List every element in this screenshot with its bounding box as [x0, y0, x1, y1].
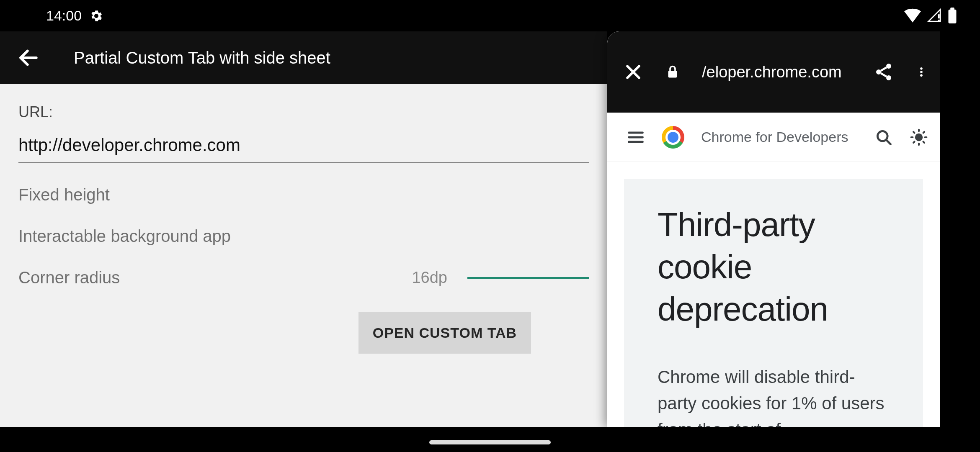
- article-card: Third-party cookie deprecation Chrome wi…: [624, 179, 923, 427]
- svg-line-24: [913, 131, 915, 133]
- svg-line-27: [923, 131, 924, 133]
- custom-tab-side-sheet: /eloper.chrome.com Chrome for Developers: [607, 31, 940, 427]
- svg-point-8: [886, 64, 891, 69]
- gesture-pill[interactable]: [429, 440, 551, 444]
- svg-line-26: [913, 141, 915, 143]
- gear-icon: [89, 9, 103, 23]
- svg-rect-1: [938, 20, 940, 21]
- url-label: URL:: [18, 103, 589, 121]
- cellular-alert-icon: [927, 8, 942, 23]
- svg-point-12: [920, 71, 923, 73]
- svg-point-13: [920, 74, 923, 77]
- theme-toggle-icon[interactable]: [910, 128, 928, 146]
- close-icon[interactable]: [623, 62, 643, 82]
- corner-radius-slider[interactable]: [467, 277, 589, 279]
- article-body: Chrome will disable third-party cookies …: [658, 364, 890, 427]
- status-time: 14:00: [46, 8, 82, 24]
- corner-radius-label: Corner radius: [18, 268, 120, 287]
- share-icon[interactable]: [874, 62, 894, 82]
- svg-point-11: [920, 67, 923, 70]
- svg-rect-7: [668, 71, 677, 78]
- wifi-icon: [904, 8, 921, 23]
- url-input[interactable]: [18, 133, 589, 163]
- back-button[interactable]: [17, 46, 40, 69]
- corner-radius-option: Corner radius 16dp: [18, 268, 589, 287]
- article-heading: Third-party cookie deprecation: [658, 204, 890, 330]
- interactable-bg-label: Interactable background app: [18, 227, 231, 246]
- lock-icon: [665, 62, 680, 82]
- svg-rect-2: [949, 10, 957, 23]
- svg-point-10: [886, 75, 891, 80]
- site-header: Chrome for Developers: [607, 113, 940, 162]
- svg-line-25: [923, 141, 924, 143]
- fixed-height-label: Fixed height: [18, 185, 110, 204]
- svg-rect-3: [950, 8, 954, 10]
- custom-tab-url[interactable]: /eloper.chrome.com: [702, 63, 852, 81]
- svg-line-18: [886, 139, 891, 144]
- custom-tab-page[interactable]: Chrome for Developers Third-party cookie…: [607, 113, 940, 427]
- svg-rect-0: [938, 14, 940, 18]
- svg-point-19: [915, 133, 923, 141]
- app-bar: Partial Custom Tab with side sheet: [0, 31, 607, 84]
- interactable-background-option[interactable]: Interactable background app: [18, 227, 589, 246]
- hamburger-menu-icon[interactable]: [627, 128, 645, 146]
- background-app: Partial Custom Tab with side sheet URL: …: [0, 31, 607, 427]
- site-name[interactable]: Chrome for Developers: [701, 129, 858, 145]
- navigation-bar: [0, 427, 980, 452]
- more-menu-icon[interactable]: [916, 62, 927, 82]
- custom-tab-toolbar: /eloper.chrome.com: [607, 31, 940, 113]
- fixed-height-option[interactable]: Fixed height: [18, 185, 589, 204]
- svg-point-9: [876, 69, 881, 74]
- open-custom-tab-button[interactable]: OPEN CUSTOM TAB: [358, 312, 531, 354]
- app-title: Partial Custom Tab with side sheet: [74, 49, 330, 67]
- chrome-logo-icon: [662, 126, 684, 149]
- search-icon[interactable]: [874, 128, 893, 146]
- status-bar: 14:00: [0, 0, 980, 31]
- corner-radius-value: 16dp: [412, 269, 447, 287]
- battery-icon: [948, 8, 957, 23]
